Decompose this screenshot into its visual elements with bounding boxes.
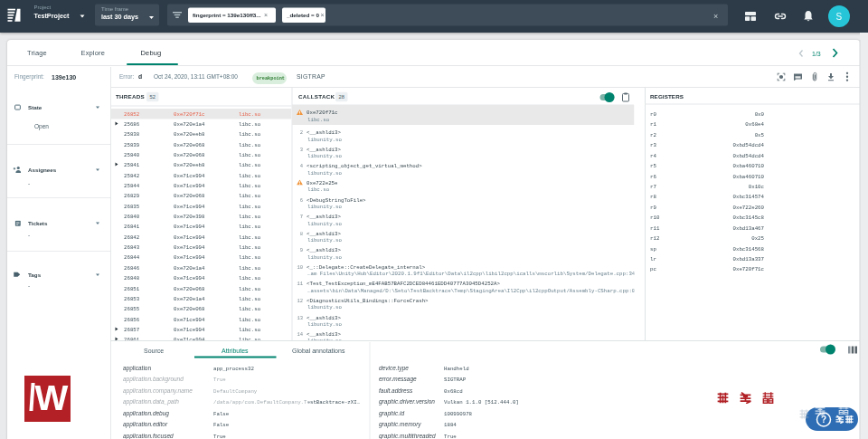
svg-text:?: ?	[821, 415, 826, 425]
